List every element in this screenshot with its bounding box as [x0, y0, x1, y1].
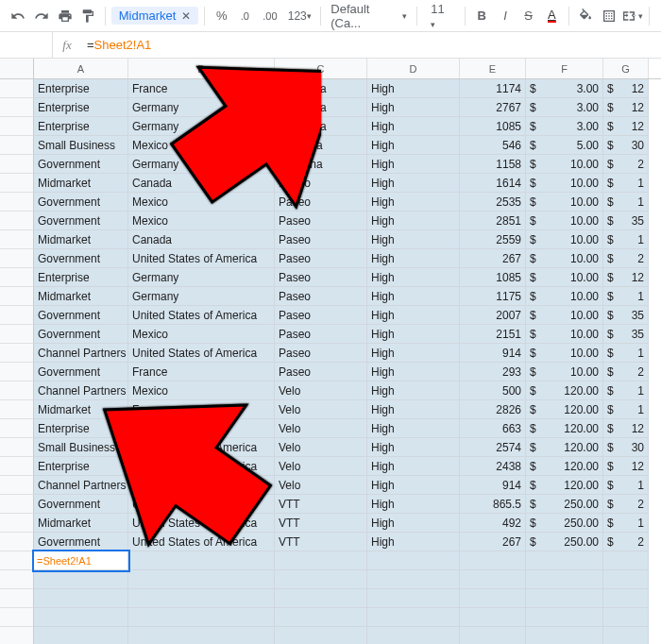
cell[interactable]: $120.00	[526, 438, 603, 457]
row-header[interactable]	[0, 589, 34, 608]
cell[interactable]: $2	[603, 249, 649, 268]
cell[interactable]: $12	[603, 419, 649, 438]
cell[interactable]: High	[367, 306, 460, 325]
active-cell[interactable]: =Sheet2!A1	[34, 551, 128, 570]
row-header[interactable]	[0, 136, 34, 155]
cell[interactable]: Government	[34, 306, 128, 325]
cell[interactable]: $30	[603, 136, 649, 155]
cell[interactable]: Mexico	[128, 212, 275, 230]
cell[interactable]: $250.00	[526, 533, 603, 551]
cell[interactable]: Paseo	[275, 325, 367, 344]
cell[interactable]: 293	[460, 363, 526, 381]
cell[interactable]: 2559	[460, 230, 526, 249]
cell[interactable]: $120.00	[526, 476, 603, 495]
cell[interactable]	[128, 589, 275, 608]
increase-decimal-button[interactable]: .00	[258, 5, 282, 27]
cell[interactable]: $10.00	[526, 363, 603, 381]
row-header[interactable]	[0, 381, 34, 400]
cell[interactable]: $1	[603, 193, 649, 212]
cell[interactable]: Small Business	[34, 136, 128, 155]
cell[interactable]: 865.5	[460, 495, 526, 514]
cell[interactable]: High	[367, 117, 460, 136]
cell[interactable]: High	[367, 287, 460, 306]
cell[interactable]: $1	[603, 381, 649, 400]
cell[interactable]	[460, 570, 526, 589]
cell[interactable]: Germany	[128, 117, 275, 136]
cell[interactable]	[603, 608, 649, 627]
cell[interactable]: $120.00	[526, 419, 603, 438]
row-header[interactable]	[0, 212, 34, 230]
cell[interactable]: France	[128, 400, 275, 419]
cell[interactable]	[275, 589, 367, 608]
cell[interactable]	[128, 608, 275, 627]
cell[interactable]: Montana	[275, 155, 367, 174]
column-header[interactable]: B	[128, 59, 275, 78]
cell[interactable]: $10.00	[526, 287, 603, 306]
cell[interactable]: Paseo	[275, 344, 367, 363]
cell[interactable]	[526, 627, 603, 644]
cell[interactable]: Midmarket	[34, 230, 128, 249]
cell[interactable]: Germany	[128, 155, 275, 174]
row-header[interactable]	[0, 155, 34, 174]
cell[interactable]: High	[367, 212, 460, 230]
cell[interactable]	[34, 608, 128, 627]
cell[interactable]: $3.00	[526, 98, 603, 117]
italic-button[interactable]: I	[495, 5, 517, 27]
cell[interactable]: Government	[34, 495, 128, 514]
cell[interactable]: Paseo	[275, 249, 367, 268]
cell[interactable]: High	[367, 419, 460, 438]
cell[interactable]: $35	[603, 212, 649, 230]
cell[interactable]: $1	[603, 514, 649, 533]
cell[interactable]: High	[367, 344, 460, 363]
cell[interactable]: Channel Partners	[34, 476, 128, 495]
cell[interactable]: $2	[603, 155, 649, 174]
cell[interactable]: $12	[603, 268, 649, 287]
cell[interactable]: 2826	[460, 400, 526, 419]
cell[interactable]	[367, 589, 460, 608]
cell[interactable]: Carretera	[275, 98, 367, 117]
cell[interactable]	[275, 627, 367, 644]
cell[interactable]: Government	[34, 249, 128, 268]
cell[interactable]: Paseo	[275, 363, 367, 381]
cell[interactable]: $10.00	[526, 306, 603, 325]
cell[interactable]: 1175	[460, 287, 526, 306]
cell[interactable]: Channel Partners	[34, 381, 128, 400]
name-box[interactable]	[0, 32, 53, 58]
cell[interactable]: Velo	[275, 457, 367, 476]
cell[interactable]: Government	[34, 533, 128, 551]
cell[interactable]: $1	[603, 174, 649, 193]
chip-close-icon[interactable]: ✕	[181, 9, 191, 23]
row-header[interactable]	[0, 608, 34, 627]
cell[interactable]: Mexico	[128, 381, 275, 400]
cell[interactable]: United States of America	[128, 249, 275, 268]
row-header[interactable]	[0, 495, 34, 514]
cell[interactable]: Germany	[128, 98, 275, 117]
cell[interactable]: $120.00	[526, 400, 603, 419]
cell[interactable]: $10.00	[526, 155, 603, 174]
cell[interactable]	[460, 627, 526, 644]
cell[interactable]: 914	[460, 476, 526, 495]
cell[interactable]	[367, 608, 460, 627]
cell[interactable]: Enterprise	[34, 117, 128, 136]
cell[interactable]: Government	[34, 155, 128, 174]
cell[interactable]: High	[367, 174, 460, 193]
cell[interactable]: VTT	[275, 533, 367, 551]
cell[interactable]: Montana	[275, 136, 367, 155]
formula-input[interactable]: =Sheet2!A1	[81, 38, 661, 52]
cell[interactable]: Velo	[275, 400, 367, 419]
redo-button[interactable]	[31, 5, 53, 27]
cell[interactable]: High	[367, 495, 460, 514]
row-header[interactable]	[0, 287, 34, 306]
row-header[interactable]	[0, 400, 34, 419]
row-header[interactable]	[0, 117, 34, 136]
cell[interactable]: $1	[603, 476, 649, 495]
cell[interactable]: Enterprise	[34, 79, 128, 98]
row-header[interactable]	[0, 570, 34, 589]
row-header[interactable]	[0, 249, 34, 268]
cell[interactable]: United States of America	[128, 514, 275, 533]
cell[interactable]: Mexico	[128, 193, 275, 212]
row-header[interactable]	[0, 193, 34, 212]
row-header[interactable]	[0, 174, 34, 193]
cell[interactable]: High	[367, 249, 460, 268]
column-header[interactable]: D	[367, 59, 460, 78]
